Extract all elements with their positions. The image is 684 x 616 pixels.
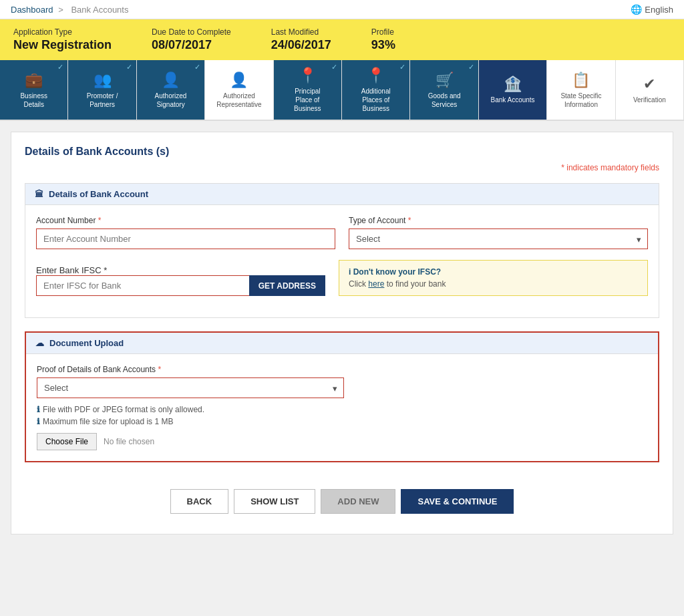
bank-section-title: Details of Bank Account [49, 189, 148, 199]
bank-account-section-header: 🏛 Details of Bank Account [25, 184, 659, 205]
due-date-label: Due Date to Complete [152, 27, 231, 37]
app-type-label: Application Type [13, 27, 112, 37]
account-number-req: * [98, 216, 102, 225]
account-number-input[interactable] [36, 228, 335, 249]
add-new-button[interactable]: ADD NEW [321, 489, 395, 514]
language-label: English [645, 5, 673, 15]
step-state-specific[interactable]: 📋 State SpecificInformation [547, 60, 615, 120]
last-modified-item: Last Modified 24/06/2017 [271, 27, 331, 52]
ifsc-hint-box: i Don't know your IFSC? Click here to fi… [339, 260, 648, 296]
bottom-actions: BACK SHOW LIST ADD NEW SAVE & CONTINUE [25, 476, 659, 520]
breadcrumb-separator: > [58, 5, 63, 15]
back-button[interactable]: BACK [170, 489, 229, 514]
step-principal-place[interactable]: ✓ 📍 PrincipalPlace ofBusiness [274, 60, 342, 120]
last-modified-label: Last Modified [271, 27, 331, 37]
hint-link[interactable]: here [368, 279, 384, 289]
profile-item: Profile 93% [371, 27, 395, 52]
step-goods-services[interactable]: ✓ 🛒 Goods andServices [410, 60, 478, 120]
step-icon-additional: 📍 [367, 67, 385, 84]
doc-section-icon: ☁ [35, 338, 44, 348]
step-label-principal: PrincipalPlace ofBusiness [294, 87, 321, 113]
step-label-bank: Bank Accounts [490, 96, 534, 104]
info-bar: Application Type New Registration Due Da… [0, 19, 684, 60]
document-upload-section: ☁ Document Upload Proof of Details of Ba… [25, 331, 659, 462]
doc-section-body: Proof of Details of Bank Accounts * Sele… [26, 354, 658, 461]
choose-file-button[interactable]: Choose File [37, 433, 97, 450]
step-icon-signatory: 👤 [162, 71, 180, 89]
bank-account-section-body: Account Number * Type of Account * Selec… [25, 205, 659, 317]
step-label-goods: Goods andServices [428, 92, 461, 109]
step-label-representative: AuthorizedRepresentative [216, 92, 261, 109]
step-icon-goods: 🛒 [436, 71, 454, 89]
globe-icon [631, 4, 642, 15]
type-account-req: * [408, 216, 411, 225]
profile-label: Profile [371, 27, 395, 37]
step-icon-principal: 📍 [299, 67, 317, 84]
choose-file-row: Choose File No file chosen [37, 433, 647, 450]
main-content: Details of Bank Accounts (s) * indicates… [11, 132, 673, 534]
app-type-item: Application Type New Registration [13, 27, 112, 52]
step-check-principal: ✓ [331, 63, 337, 71]
step-authorized-representative[interactable]: 👤 AuthorizedRepresentative [205, 60, 273, 120]
ifsc-label: Enter Bank IFSC * [36, 265, 107, 275]
account-number-group: Account Number * [36, 216, 335, 249]
step-icon-bank: 🏦 [504, 75, 522, 93]
step-navigation: ✓ 💼 BusinessDetails ✓ 👥 Promoter /Partne… [0, 60, 684, 121]
info-icon-2: ℹ [37, 417, 40, 426]
mandatory-text: indicates mandatory fields [566, 163, 659, 172]
hint-title: i Don't know your IFSC? [349, 267, 638, 277]
breadcrumb-home[interactable]: Dashboard [11, 5, 53, 15]
type-account-select-wrapper: Select [349, 228, 648, 249]
bank-section-icon: 🏛 [35, 189, 43, 199]
file-info-1: ℹ File with PDF or JPEG format is only a… [37, 405, 647, 414]
step-label-signatory: AuthorizedSignatory [155, 92, 187, 109]
due-date-item: Due Date to Complete 08/07/2017 [152, 27, 231, 52]
step-icon-representative: 👤 [230, 71, 248, 89]
proof-label: Proof of Details of Bank Accounts * [37, 365, 647, 374]
step-label-promoter: Promoter /Partners [87, 92, 118, 109]
get-address-button[interactable]: GET ADDRESS [249, 275, 325, 296]
page-title: Details of Bank Accounts (s) [25, 146, 659, 158]
file-info-2: ℹ Maximum file size for upload is 1 MB [37, 417, 647, 426]
step-check-promoter: ✓ [126, 63, 132, 71]
proof-select[interactable]: Select [37, 377, 344, 398]
ifsc-input[interactable] [36, 275, 249, 296]
type-account-group: Type of Account * Select [349, 216, 648, 249]
app-type-value: New Registration [13, 38, 112, 51]
step-icon-promoter: 👥 [94, 71, 112, 89]
breadcrumb-current: Bank Accounts [71, 5, 128, 15]
ifsc-req: * [104, 265, 107, 275]
save-continue-button[interactable]: SAVE & CONTINUE [401, 489, 514, 514]
language-selector[interactable]: English [631, 4, 673, 15]
step-icon-verification: ✔ [643, 75, 655, 93]
ifsc-row: Enter Bank IFSC * GET ADDRESS i Don't kn… [36, 260, 648, 296]
step-bank-accounts[interactable]: 🏦 Bank Accounts [479, 60, 547, 120]
show-list-button[interactable]: SHOW LIST [234, 489, 315, 514]
step-check-additional: ✓ [399, 63, 405, 71]
step-additional-places[interactable]: ✓ 📍 AdditionalPlaces ofBusiness [342, 60, 410, 120]
step-business-details[interactable]: ✓ 💼 BusinessDetails [0, 60, 68, 120]
step-icon-business: 💼 [25, 71, 43, 89]
ifsc-input-btn-group: GET ADDRESS [36, 275, 325, 296]
step-check-goods: ✓ [468, 63, 474, 71]
step-check-signatory: ✓ [194, 63, 200, 71]
step-authorized-signatory[interactable]: ✓ 👤 AuthorizedSignatory [137, 60, 205, 120]
info-icon-1: ℹ [37, 405, 40, 414]
step-verification[interactable]: ✔ Verification [616, 60, 684, 120]
last-modified-value: 24/06/2017 [271, 38, 331, 51]
proof-group: Proof of Details of Bank Accounts * Sele… [37, 365, 647, 398]
profile-value: 93% [371, 38, 395, 51]
type-account-select[interactable]: Select [349, 228, 648, 249]
doc-section-title: Document Upload [49, 338, 124, 348]
mandatory-star: * [561, 163, 564, 172]
step-label-business: BusinessDetails [20, 92, 47, 109]
doc-section-header: ☁ Document Upload [26, 333, 658, 354]
step-label-additional: AdditionalPlaces ofBusiness [361, 87, 391, 113]
no-file-text: No file chosen [104, 437, 154, 446]
proof-req: * [158, 365, 161, 374]
step-promoter-partners[interactable]: ✓ 👥 Promoter /Partners [68, 60, 136, 120]
step-label-verification: Verification [633, 96, 666, 104]
breadcrumb: Dashboard > Bank Accounts [11, 5, 131, 15]
account-number-label: Account Number * [36, 216, 335, 225]
hint-text: Click here to find your bank [349, 279, 638, 289]
